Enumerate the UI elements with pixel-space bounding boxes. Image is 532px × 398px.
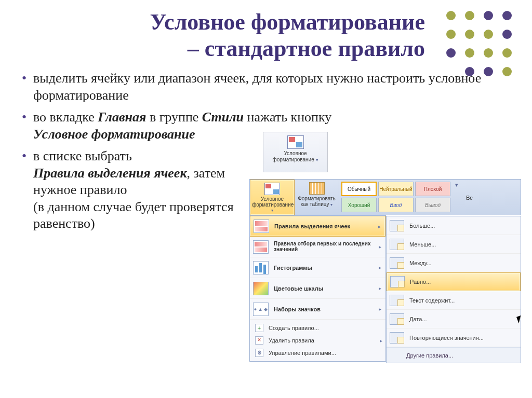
fat-line-1: Форматировать xyxy=(298,196,336,201)
submenu-i5-label: Текст содержит... xyxy=(409,297,516,304)
style-output[interactable]: Вывод xyxy=(415,198,450,212)
table-icon xyxy=(309,182,325,195)
conditional-formatting-dropdown-button[interactable]: Условноеформатирование ▾ xyxy=(250,180,295,215)
menu-top-bottom-rules[interactable]: Правила отбора первых и последних значен… xyxy=(250,237,385,257)
submenu-arrow-icon: ▸ xyxy=(379,244,381,250)
style-good[interactable]: Хороший xyxy=(341,198,377,212)
bullet-2-post: нажать кнопку xyxy=(244,109,331,125)
submenu-i3-label: Между... xyxy=(409,260,516,266)
rule-icon xyxy=(390,332,404,344)
bullet-3-pre: в списке выбрать xyxy=(33,148,132,163)
svg-point-5 xyxy=(465,30,474,39)
menu-f3-label: Управление правилами... xyxy=(269,350,336,356)
svg-point-0 xyxy=(446,11,456,20)
conditional-formatting-menu: Правила выделения ячеек ▸ Правила отбора… xyxy=(249,215,386,362)
submenu-arrow-icon: ▸ xyxy=(378,224,381,229)
chevron-down-icon: ▾ xyxy=(271,208,273,213)
bullet-2-pre: во вкладке xyxy=(33,109,98,125)
styles-more-icon[interactable]: ▾ xyxy=(452,182,461,188)
ribbon-dropdown-screenshot: Условноеформатирование ▾ Форматироватька… xyxy=(249,179,521,362)
submenu-less-than[interactable]: Меньше... xyxy=(387,235,521,254)
svg-point-2 xyxy=(484,11,493,20)
icon-sets-icon xyxy=(253,303,269,316)
menu-i4-label: Цветовые шкалы xyxy=(274,285,379,292)
menu-i5-label: Наборы значков xyxy=(274,306,379,312)
cf-btn-line-2: форматирование xyxy=(272,157,314,162)
bullet-2-mid: в группе xyxy=(146,109,202,125)
menu-new-rule[interactable]: Создать правило... xyxy=(250,322,385,334)
style-bad[interactable]: Плохой xyxy=(415,182,450,196)
ribbon-tail-text: Вс xyxy=(466,195,473,201)
submenu-i2-label: Меньше... xyxy=(409,241,516,248)
rule-icon xyxy=(390,276,405,287)
svg-point-4 xyxy=(446,30,456,39)
bullet-1: выделить ячейку или диапазон ячеек, для … xyxy=(19,70,507,104)
bullet-2-bold-3: Условное форматирование xyxy=(33,127,195,142)
menu-manage-rules[interactable]: Управление правилами... xyxy=(250,347,385,359)
title-line-2: – стандартное правило xyxy=(188,36,425,61)
svg-point-7 xyxy=(502,30,512,39)
rule-icon xyxy=(390,220,404,231)
bullet-2-bold-1: Главная xyxy=(98,109,146,125)
menu-color-scales[interactable]: Цветовые шкалы ▸ xyxy=(250,278,385,299)
submenu-date[interactable]: Дата... xyxy=(387,310,521,328)
submenu-arrow-icon: ▸ xyxy=(379,306,381,312)
plus-icon xyxy=(255,324,263,332)
svg-point-8 xyxy=(446,48,456,58)
menu-highlight-cells-rules[interactable]: Правила выделения ячеек ▸ xyxy=(250,216,385,237)
delete-icon xyxy=(255,336,263,345)
highlight-rules-icon xyxy=(254,219,269,233)
gear-icon xyxy=(255,349,263,357)
format-as-table-button[interactable]: Форматироватькак таблицу ▾ xyxy=(295,180,339,215)
bullet-3-bold-1: Правила выделения ячеек xyxy=(33,166,187,181)
style-normal[interactable]: Обычный xyxy=(341,182,377,196)
menu-f2-label: Удалить правила xyxy=(269,337,314,344)
bullet-2-bold-2: Стили xyxy=(202,109,244,125)
submenu-arrow-icon: ▸ xyxy=(380,338,382,344)
svg-point-11 xyxy=(502,48,512,58)
menu-i3-label: Гистограммы xyxy=(274,265,379,271)
cf-dd-line-1: Условное xyxy=(261,196,284,202)
submenu-i4-label: Равно... xyxy=(410,279,516,285)
svg-point-10 xyxy=(484,48,493,58)
highlight-cells-submenu: Больше... Меньше... Между... Равно... Те… xyxy=(386,216,521,363)
chevron-down-icon: ▾ xyxy=(330,202,332,207)
menu-icon-sets[interactable]: Наборы значков ▸ xyxy=(250,299,385,320)
rule-icon xyxy=(390,239,404,250)
dropdown-arrow-icon: ▾ xyxy=(316,157,318,162)
style-neutral[interactable]: Нейтральный xyxy=(378,182,414,196)
conditional-formatting-icon xyxy=(287,135,304,149)
submenu-i6-label: Дата... xyxy=(409,316,516,322)
data-bars-icon xyxy=(253,261,269,275)
submenu-more-rules[interactable]: Другие правила... xyxy=(387,347,521,363)
menu-i1-label: Правила выделения ячеек xyxy=(274,223,378,229)
conditional-formatting-icon xyxy=(264,183,280,195)
submenu-equal-to[interactable]: Равно... xyxy=(387,272,521,291)
submenu-duplicate-values[interactable]: Повторяющиеся значения... xyxy=(387,328,521,347)
rule-icon xyxy=(390,313,404,325)
menu-i2-label: Правила отбора первых и последних значен… xyxy=(274,241,379,252)
submenu-i7-label: Повторяющиеся значения... xyxy=(409,335,516,341)
submenu-between[interactable]: Между... xyxy=(387,254,521,272)
slide-title: Условное форматирование – стандартное пр… xyxy=(19,9,425,62)
color-scales-icon xyxy=(253,282,269,295)
menu-f1-label: Создать правило... xyxy=(269,325,319,331)
bullet-2: во вкладке Главная в группе Стили нажать… xyxy=(19,109,393,143)
rule-icon xyxy=(390,257,404,269)
top-bottom-icon xyxy=(253,240,269,254)
style-input[interactable]: Ввод xyxy=(378,198,414,212)
submenu-i1-label: Больше... xyxy=(409,223,516,229)
svg-point-1 xyxy=(465,11,474,20)
conditional-formatting-button[interactable]: Условное форматирование ▾ xyxy=(263,132,328,172)
menu-clear-rules[interactable]: Удалить правила ▸ xyxy=(250,334,385,347)
submenu-foot-label: Другие правила... xyxy=(406,352,453,359)
fat-line-2: как таблицу xyxy=(301,201,329,207)
bullet-1-text: выделить ячейку или диапазон ячеек, для … xyxy=(33,71,481,103)
submenu-arrow-icon: ▸ xyxy=(379,265,381,270)
cell-styles-gallery: Обычный Хороший Нейтральный Ввод Плохой … xyxy=(339,180,521,215)
title-line-1: Условное форматирование xyxy=(150,9,425,35)
menu-data-bars[interactable]: Гистограммы ▸ xyxy=(250,257,385,278)
submenu-text-contains[interactable]: Текст содержит... xyxy=(387,291,521,310)
cf-dd-line-2: форматирование xyxy=(252,202,294,208)
submenu-greater-than[interactable]: Больше... xyxy=(387,216,521,235)
